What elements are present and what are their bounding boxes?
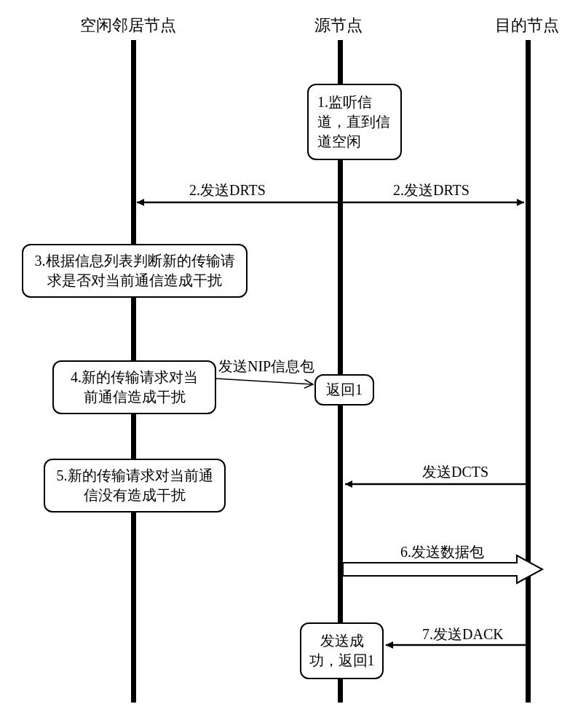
box-send-success: 发送成功，返回1: [300, 622, 384, 679]
box-no-interference: 5.新的传输请求对当前通信没有造成干扰: [44, 459, 226, 513]
header-source: 源节点: [314, 15, 363, 36]
label-dcts: 发送DCTS: [422, 462, 488, 482]
label-drts-right: 2.发送DRTS: [393, 181, 470, 200]
label-drts-left: 2.发送DRTS: [189, 181, 266, 200]
svg-line-2: [216, 379, 313, 384]
box-return-1: 返回1: [314, 374, 374, 405]
label-data-packet: 6.发送数据包: [400, 542, 484, 562]
label-dack: 7.发送DACK: [422, 625, 504, 644]
header-idle: 空闲邻居节点: [80, 15, 176, 36]
box-check-interference: 3.根据信息列表判断新的传输请求是否对当前通信造成干扰: [22, 244, 248, 298]
header-dest: 目的节点: [495, 15, 559, 36]
box-causes-interference: 4.新的传输请求对当前通信造成干扰: [52, 360, 216, 414]
box-listen-channel: 1.监听信道，直到信道空闲: [307, 84, 402, 160]
label-nip: 发送NIP信息包: [218, 357, 314, 376]
lifeline-dest: [526, 40, 531, 703]
